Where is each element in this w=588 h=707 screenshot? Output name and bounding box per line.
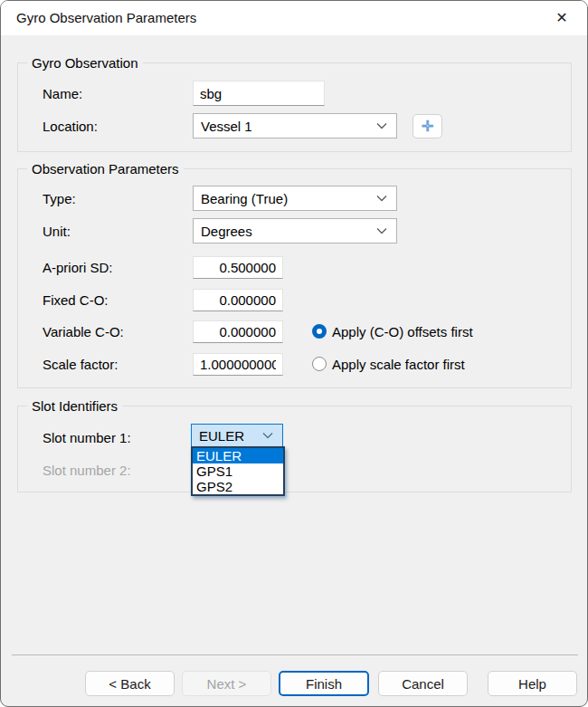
type-value: Bearing (True) xyxy=(201,191,288,206)
dropdown-option[interactable]: GPS2 xyxy=(193,479,283,494)
name-label: Name: xyxy=(43,87,82,101)
close-button[interactable]: ✕ xyxy=(544,5,580,32)
slot1-dropdown-list: EULERGPS1GPS2 xyxy=(191,446,285,496)
close-icon: ✕ xyxy=(555,10,567,25)
slot1-combobox[interactable]: EULER xyxy=(191,424,283,447)
location-value: Vessel 1 xyxy=(201,119,252,134)
slot1-value: EULER xyxy=(199,428,244,444)
type-label: Type: xyxy=(43,192,76,206)
title-bar: Gyro Observation Parameters ✕ xyxy=(1,1,587,35)
gyro-observation-parameters-dialog: Gyro Observation Parameters ✕ Gyro Obser… xyxy=(0,0,588,707)
variable-co-label: Variable C-O: xyxy=(43,325,124,339)
footer-divider xyxy=(12,654,578,655)
window-title: Gyro Observation Parameters xyxy=(16,1,196,35)
location-combobox[interactable]: Vessel 1 xyxy=(193,113,397,139)
group-gyro-observation-title: Gyro Observation xyxy=(27,55,143,71)
slot2-label: Slot number 2: xyxy=(43,463,131,478)
group-slot-identifiers: Slot Identifiers xyxy=(17,406,572,492)
fixed-co-label: Fixed C-O: xyxy=(43,293,109,308)
group-observation-parameters-title: Observation Parameters xyxy=(27,161,184,177)
scale-factor-label: Scale factor: xyxy=(43,358,118,372)
dropdown-option[interactable]: GPS1 xyxy=(193,463,283,479)
radio-apply-offsets-label: Apply (C-O) offsets first xyxy=(332,325,473,339)
radio-apply-scale[interactable] xyxy=(312,357,327,371)
group-gyro-observation: Gyro Observation xyxy=(17,62,572,152)
chevron-down-icon xyxy=(376,227,387,234)
cancel-button[interactable]: Cancel xyxy=(378,671,468,696)
apriori-sd-label: A-priori SD: xyxy=(43,261,113,275)
apriori-sd-input[interactable] xyxy=(193,256,283,279)
finish-button[interactable]: Finish xyxy=(279,671,369,696)
add-location-button[interactable]: ✛ xyxy=(413,114,442,139)
chevron-down-icon xyxy=(376,195,387,202)
variable-co-input[interactable] xyxy=(193,320,283,343)
slot1-label: Slot number 1: xyxy=(43,431,131,445)
radio-apply-scale-label: Apply scale factor first xyxy=(332,358,465,372)
back-button[interactable]: < Back xyxy=(85,671,175,696)
fixed-co-input[interactable] xyxy=(193,289,283,311)
type-combobox[interactable]: Bearing (True) xyxy=(193,186,397,211)
chevron-down-icon xyxy=(376,122,387,129)
plus-icon: ✛ xyxy=(422,119,433,134)
radio-apply-offsets[interactable] xyxy=(312,324,327,339)
unit-value: Degrees xyxy=(201,224,252,239)
group-slot-identifiers-title: Slot Identifiers xyxy=(27,398,122,414)
help-button[interactable]: Help xyxy=(488,671,577,696)
scale-factor-input[interactable] xyxy=(193,353,283,376)
unit-label: Unit: xyxy=(43,225,71,239)
chevron-down-icon xyxy=(262,432,273,439)
location-label: Location: xyxy=(43,119,98,134)
dropdown-option[interactable]: EULER xyxy=(193,448,283,463)
unit-combobox[interactable]: Degrees xyxy=(193,218,397,244)
name-input[interactable] xyxy=(193,81,325,106)
next-button: Next > xyxy=(182,671,271,696)
